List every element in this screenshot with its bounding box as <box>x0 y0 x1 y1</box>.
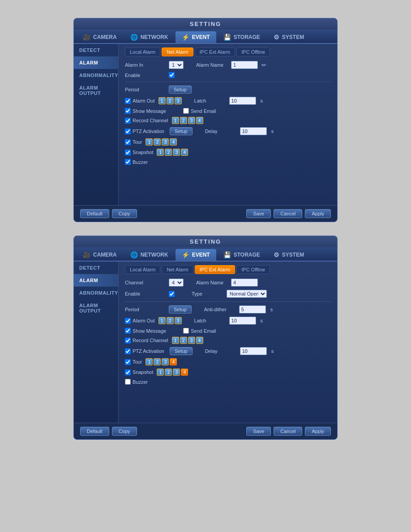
sidebar-item-abnormality[interactable]: ABNORMALITY <box>74 69 118 82</box>
p2-sidebar-detect[interactable]: DETECT <box>74 262 118 274</box>
sidebar-item-alarm-output[interactable]: ALARM OUTPUT <box>74 82 118 99</box>
p2-nav-tab-event[interactable]: ⚡ EVENT <box>176 249 216 261</box>
show-message-checkbox[interactable] <box>125 108 131 114</box>
p2-type-select[interactable]: Normal Open Normal Close <box>227 290 267 298</box>
p2-snapshot-checkbox[interactable] <box>125 369 131 375</box>
tour-ch1[interactable]: 1 <box>146 138 153 146</box>
nav-tab-camera[interactable]: 🎥 CAMERA <box>77 31 123 43</box>
p2-buzzer-checkbox[interactable] <box>125 379 131 385</box>
record-channel-checkbox[interactable] <box>125 118 131 124</box>
sidebar-item-detect[interactable]: DETECT <box>74 44 118 56</box>
p2-latch-input[interactable] <box>229 317 256 325</box>
rec-ch4[interactable]: 4 <box>196 117 203 124</box>
nav-tab-storage[interactable]: 💾 STORAGE <box>217 31 266 43</box>
p2-alarm-out-ch3[interactable]: 3 <box>175 317 182 324</box>
p2-channel-select[interactable]: 4 <box>169 279 184 287</box>
p2-alarm-out-ch2[interactable]: 2 <box>167 317 174 324</box>
alarm-name-input[interactable] <box>231 61 258 69</box>
latch-input[interactable] <box>229 97 256 105</box>
p2-cancel-button[interactable]: Cancel <box>274 427 302 436</box>
buzzer-checkbox[interactable] <box>125 159 131 165</box>
p2-snap-ch2[interactable]: 2 <box>165 369 172 376</box>
p2-subtab-ipc-ext[interactable]: IPC Ext Alarm <box>195 265 235 274</box>
snap-ch4[interactable]: 4 <box>181 149 188 156</box>
p2-snap-ch4[interactable]: 4 <box>181 369 188 376</box>
p2-anti-dither-input[interactable] <box>239 305 266 313</box>
default-button[interactable]: Default <box>80 209 109 218</box>
alarm-out-ch2[interactable]: 2 <box>167 97 174 104</box>
p2-delay-input[interactable] <box>240 347 267 355</box>
p2-nav-tab-system[interactable]: ⚙ SYSTEM <box>267 249 310 261</box>
p2-record-channel-checkbox[interactable] <box>125 338 131 343</box>
p2-apply-button[interactable]: Apply <box>305 427 331 436</box>
subtab-net-alarm[interactable]: Net Alarm <box>162 47 193 56</box>
nav-tab-system[interactable]: ⚙ SYSTEM <box>267 31 310 43</box>
p2-rec-ch3[interactable]: 3 <box>188 337 195 344</box>
sidebar-item-alarm[interactable]: ALARM <box>74 56 118 69</box>
p2-save-button[interactable]: Save <box>246 427 271 436</box>
alarm-out-ch1[interactable]: 1 <box>158 97 166 104</box>
snap-ch3[interactable]: 3 <box>173 149 180 156</box>
ptz-checkbox[interactable] <box>125 129 131 134</box>
alarm-out-checkbox[interactable] <box>125 98 131 104</box>
p2-subtab-net[interactable]: Net Alarm <box>162 265 193 274</box>
p2-tour-checkbox[interactable] <box>125 359 131 365</box>
p2-period-setup-button[interactable]: Setup <box>169 305 192 313</box>
nav-tab-event[interactable]: ⚡ EVENT <box>176 31 216 43</box>
p2-tour-ch3[interactable]: 3 <box>162 358 169 365</box>
rec-ch1[interactable]: 1 <box>172 117 179 124</box>
p2-subtab-ipc-offline[interactable]: IPC Offline <box>236 265 270 274</box>
rec-ch3[interactable]: 3 <box>188 117 195 124</box>
tour-ch3[interactable]: 3 <box>162 138 169 146</box>
ptz-setup-button[interactable]: Setup <box>170 127 193 135</box>
rec-ch2[interactable]: 2 <box>180 117 187 124</box>
p2-nav-tab-network[interactable]: 🌐 NETWORK <box>124 249 175 261</box>
p2-send-email-checkbox[interactable] <box>183 328 189 334</box>
p2-rec-ch4[interactable]: 4 <box>196 337 203 344</box>
save-button[interactable]: Save <box>246 209 271 218</box>
p2-sidebar-alarm[interactable]: ALARM <box>74 274 118 287</box>
p2-tour-ch1[interactable]: 1 <box>146 358 153 365</box>
alarm-out-ch3[interactable]: 3 <box>175 97 182 104</box>
p2-alarm-name-input[interactable] <box>231 279 258 287</box>
p2-snap-ch1[interactable]: 1 <box>157 369 164 376</box>
p2-nav-tab-storage[interactable]: 💾 STORAGE <box>217 249 266 261</box>
tour-ch4[interactable]: 4 <box>170 138 177 146</box>
p2-tour-ch2[interactable]: 2 <box>154 358 161 365</box>
p2-default-button[interactable]: Default <box>80 427 109 436</box>
p2-alarm-out-checkbox[interactable] <box>125 318 131 324</box>
p2-snap-ch3[interactable]: 3 <box>173 369 180 376</box>
p2-subtab-local[interactable]: Local Alarm <box>125 265 160 274</box>
subtab-ipc-offline[interactable]: IPC Offline <box>236 47 270 56</box>
p2-rec-ch2[interactable]: 2 <box>180 337 187 344</box>
alarm-in-select[interactable]: 1 <box>169 61 184 69</box>
p2-ptz-setup-button[interactable]: Setup <box>170 347 193 355</box>
apply-button[interactable]: Apply <box>305 209 331 218</box>
period-setup-button[interactable]: Setup <box>169 86 192 94</box>
p2-nav-tab-camera[interactable]: 🎥 CAMERA <box>77 249 123 261</box>
p2-copy-button[interactable]: Copy <box>112 427 137 436</box>
p2-sidebar-abnormality[interactable]: ABNORMALITY <box>74 287 118 299</box>
nav-tab-network[interactable]: 🌐 NETWORK <box>124 31 175 43</box>
subtab-local-alarm[interactable]: Local Alarm <box>125 47 160 56</box>
snap-ch2[interactable]: 2 <box>165 149 172 156</box>
p2-tour-ch4[interactable]: 4 <box>170 358 177 365</box>
p2-ptz-checkbox[interactable] <box>125 348 131 354</box>
p2-sidebar-alarm-output[interactable]: ALARM OUTPUT <box>74 299 118 317</box>
p2-enable-checkbox[interactable] <box>169 291 175 297</box>
snap-ch1[interactable]: 1 <box>157 149 164 156</box>
send-email-checkbox[interactable] <box>183 108 189 114</box>
p2-latch-label: Latch <box>194 318 226 323</box>
copy-button[interactable]: Copy <box>112 209 137 218</box>
p2-alarm-out-ch1[interactable]: 1 <box>158 317 166 324</box>
subtab-ipc-ext-alarm[interactable]: IPC Ext Alarm <box>195 47 235 56</box>
p2-rec-ch1[interactable]: 1 <box>172 337 179 344</box>
delay-input[interactable] <box>240 127 267 135</box>
tour-ch2[interactable]: 2 <box>154 138 161 146</box>
snapshot-checkbox[interactable] <box>125 150 131 155</box>
tour-checkbox[interactable] <box>125 139 131 145</box>
cancel-button[interactable]: Cancel <box>274 209 302 218</box>
enable-checkbox[interactable] <box>169 72 175 78</box>
p2-show-message-checkbox[interactable] <box>125 328 131 334</box>
alarm-name-edit-icon[interactable]: ✏ <box>261 62 266 69</box>
